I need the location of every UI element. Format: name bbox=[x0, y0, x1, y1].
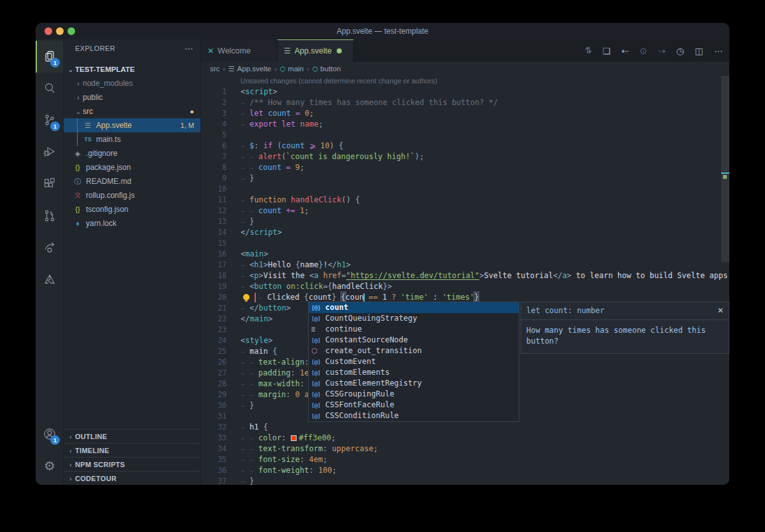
code-line-18[interactable]: 18→<p>Visit the <a href="https://svelte.… bbox=[201, 270, 729, 281]
tree-item-main-ts[interactable]: TSmain.ts bbox=[64, 132, 200, 146]
code-token: : bbox=[254, 141, 263, 151]
compare-changes-icon[interactable]: ⥮ bbox=[586, 45, 592, 56]
title-bar[interactable]: App.svelte — test-template bbox=[36, 23, 729, 39]
code-line-4[interactable]: 4→export let name; bbox=[201, 119, 729, 130]
indent-whitespace-icon: → bbox=[249, 465, 258, 476]
lightbulb-icon[interactable] bbox=[243, 294, 249, 300]
suggest-item-cssconditionrule[interactable]: [@]CSSConditionRule bbox=[309, 410, 519, 421]
maximize-window-icon[interactable] bbox=[67, 27, 75, 35]
tree-item-node-modules[interactable]: ›node_modules bbox=[64, 76, 200, 90]
section-outline[interactable]: ›OUTLINE bbox=[64, 429, 200, 443]
code-line-19[interactable]: 19→<button on:click={handleClick}> bbox=[201, 281, 729, 292]
tab-bar: ✕Welcome☰App.svelte ⥮❏⇠⊙⇢◷◫⋯ bbox=[201, 39, 729, 62]
suggest-item-cssgroupingrule[interactable]: [@]CSSGroupingRule bbox=[309, 389, 519, 400]
activity-search-icon[interactable] bbox=[36, 73, 64, 104]
tree-item-package-json[interactable]: {}package.json bbox=[64, 160, 200, 174]
open-preview-icon[interactable]: ❏ bbox=[603, 46, 611, 56]
tab-app-svelte[interactable]: ☰App.svelte bbox=[277, 39, 354, 62]
tree-item-readme-md[interactable]: ⓘREADME.md bbox=[64, 174, 200, 188]
code-line-37[interactable]: 37→} bbox=[201, 476, 729, 485]
code-token: $ bbox=[249, 141, 254, 151]
code-line-33[interactable]: 33→→color: #ff3e00; bbox=[201, 433, 729, 444]
tree-root-folder[interactable]: ⌄ TEST-TEMPLATE bbox=[64, 62, 200, 76]
code-token: > bbox=[273, 87, 277, 97]
suggest-item-cssfontfacerule[interactable]: [@]CSSFontFaceRule bbox=[309, 400, 519, 410]
section-timeline[interactable]: ›TIMELINE bbox=[64, 443, 200, 457]
code-token bbox=[300, 108, 305, 119]
code-line-14[interactable]: 14</script> bbox=[201, 227, 729, 238]
code-token: font-weight bbox=[258, 465, 309, 476]
current-change-icon[interactable]: ⊙ bbox=[640, 46, 647, 56]
suggest-item-constantsourcenode[interactable]: [@]ConstantSourceNode bbox=[309, 335, 519, 346]
tree-item-yarn-lock[interactable]: ♦yarn.lock bbox=[64, 216, 200, 230]
activity-source-control-icon[interactable]: 1 bbox=[36, 104, 64, 136]
close-icon[interactable]: ✕ bbox=[717, 305, 724, 316]
account-icon[interactable]: 1 bbox=[36, 418, 64, 450]
settings-gear-icon[interactable]: ⚙ bbox=[36, 450, 64, 482]
tree-item-app-svelte[interactable]: ☰App.svelte1, M bbox=[64, 118, 200, 132]
breadcrumb-item-src[interactable]: src bbox=[210, 65, 220, 73]
activity-github-pull-requests-icon[interactable] bbox=[36, 200, 64, 232]
previous-change-icon[interactable]: ⇠ bbox=[621, 46, 629, 56]
activity-azure-icon[interactable] bbox=[36, 263, 64, 295]
suggest-item-count[interactable]: [@]count bbox=[309, 302, 519, 313]
code-token: alert bbox=[258, 151, 281, 162]
indent-whitespace-icon: → bbox=[241, 206, 249, 216]
more-actions-icon[interactable]: ⋯ bbox=[714, 46, 723, 56]
code-line-35[interactable]: 35→→font-size: 4em; bbox=[201, 454, 729, 465]
timeline-icon[interactable]: ◷ bbox=[677, 46, 684, 56]
minimize-window-icon[interactable] bbox=[56, 27, 64, 35]
code-line-34[interactable]: 34→→text-transform: uppercase; bbox=[201, 444, 729, 454]
tree-item-rollup-config-js[interactable]: ℛrollup.config.js bbox=[64, 188, 200, 202]
code-line-3[interactable]: 3→let count = 0; bbox=[201, 108, 729, 119]
code-token: font-size bbox=[258, 454, 300, 465]
activity-run-debug-icon[interactable] bbox=[36, 136, 64, 168]
split-editor-icon[interactable]: ◫ bbox=[695, 46, 703, 56]
line-number: 21 bbox=[201, 303, 227, 314]
suggest-item-countqueuingstrategy[interactable]: [@]CountQueuingStrategy bbox=[309, 313, 519, 324]
tree-item--gitignore[interactable]: ◈.gitignore bbox=[64, 146, 200, 160]
suggest-item-customevent[interactable]: [@]CustomEvent bbox=[309, 356, 519, 367]
code-line-32[interactable]: 32→h1 { bbox=[201, 422, 729, 433]
tree-item-public[interactable]: ›public bbox=[64, 90, 200, 104]
code-line-5[interactable]: 5 bbox=[201, 130, 729, 141]
breadcrumb-item-button[interactable]: ⬡button bbox=[312, 65, 341, 73]
code-line-1[interactable]: 1<script> bbox=[201, 87, 729, 97]
code-line-13[interactable]: 13→} bbox=[201, 216, 729, 227]
close-window-icon[interactable] bbox=[45, 27, 52, 35]
code-line-7[interactable]: 7→→alert(`count is dangerously high!`); bbox=[201, 151, 729, 162]
code-line-11[interactable]: 11→function handleClick() { bbox=[201, 195, 729, 206]
code-line-17[interactable]: 17→<h1>Hello {name}!</h1> bbox=[201, 260, 729, 270]
scrollbar[interactable] bbox=[721, 76, 729, 262]
views-more-actions-icon[interactable]: ⋯ bbox=[185, 43, 194, 53]
breadcrumb-item-app-svelte[interactable]: ☰App.svelte bbox=[228, 65, 272, 73]
code-line-12[interactable]: 12→→count += 1; bbox=[201, 206, 729, 216]
code-line-36[interactable]: 36→→font-weight: 100; bbox=[201, 465, 729, 476]
code-line-10[interactable]: 10 bbox=[201, 184, 729, 195]
code-line-9[interactable]: 9→} bbox=[201, 173, 729, 184]
code-line-8[interactable]: 8→→count = 9; bbox=[201, 162, 729, 173]
suggest-item-continue[interactable]: ≣continue bbox=[309, 324, 519, 335]
code-token: ; bbox=[300, 162, 304, 173]
code-line-6[interactable]: 6→$: if (count ⩾ 10) { bbox=[201, 141, 729, 151]
tree-item-src[interactable]: ⌄src● bbox=[64, 104, 200, 118]
line-number: 17 bbox=[201, 260, 227, 270]
modified-dot-icon[interactable] bbox=[337, 48, 342, 53]
breadcrumb-item-main[interactable]: ⬡main bbox=[280, 65, 304, 73]
code-editor[interactable]: Unsaved changes (cannot determine recent… bbox=[201, 76, 729, 485]
code-line-16[interactable]: 16<main> bbox=[201, 249, 729, 260]
activity-live-share-icon[interactable] bbox=[36, 232, 64, 263]
code-line-15[interactable]: 15 bbox=[201, 238, 729, 249]
activity-extensions-icon[interactable] bbox=[36, 168, 64, 200]
tree-item-tsconfig-json[interactable]: {}tsconfig.json bbox=[64, 202, 200, 216]
suggest-item-create_out_transition[interactable]: ⬡create_out_transition bbox=[309, 346, 519, 356]
code-line-2[interactable]: 2→/** How many times has someone clicked… bbox=[201, 97, 729, 108]
section-codetour[interactable]: ›CODETOUR bbox=[64, 471, 200, 485]
section-npm-scripts[interactable]: ›NPM SCRIPTS bbox=[64, 457, 200, 471]
activity-explorer-icon[interactable]: 1 bbox=[36, 41, 64, 73]
code-token: a bbox=[562, 270, 566, 281]
next-change-icon[interactable]: ⇢ bbox=[658, 46, 666, 56]
suggest-item-customelements[interactable]: [@]customElements bbox=[309, 367, 519, 378]
tab-welcome[interactable]: ✕Welcome bbox=[201, 39, 277, 62]
suggest-item-customelementregistry[interactable]: [@]CustomElementRegistry bbox=[309, 378, 519, 389]
